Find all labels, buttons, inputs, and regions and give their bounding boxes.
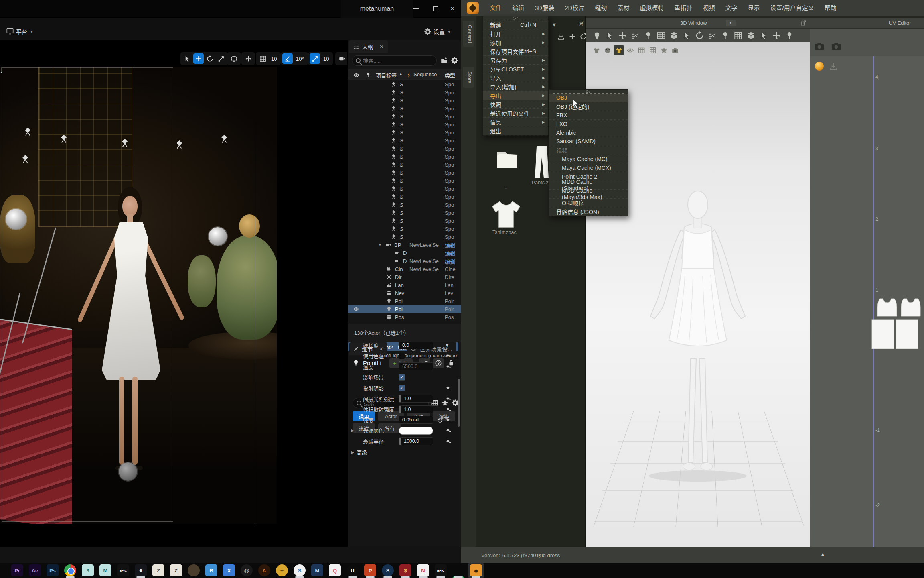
- display-toggle-1[interactable]: [591, 45, 602, 55]
- folder-up-icon[interactable]: [496, 149, 519, 169]
- export-menu-item-Maya Cache (MC)[interactable]: Maya Cache (MC): [549, 155, 628, 164]
- property-value-field[interactable]: 1000.0: [399, 437, 433, 445]
- export-menu-item-LXO[interactable]: LXO: [549, 120, 628, 128]
- table-row[interactable]: DirDire: [348, 273, 462, 281]
- spot-light-gizmo-icon[interactable]: [120, 138, 130, 148]
- expander-icon[interactable]: ▶: [351, 450, 354, 454]
- uv-garment-pieces[interactable]: [870, 297, 924, 369]
- keyframe-add-icon[interactable]: [446, 364, 452, 370]
- taskbar-icon-dollar-app[interactable]: $: [399, 564, 411, 576]
- 3d-tool-icon-12[interactable]: [734, 31, 742, 40]
- 3d-tool-icon-1[interactable]: [593, 31, 601, 40]
- taskbar-icon-premiere[interactable]: Pr: [11, 564, 23, 576]
- angle-snap-icon[interactable]: [282, 53, 293, 64]
- file-menu-item-最近使用的文件[interactable]: 最近使用的文件▶: [483, 109, 548, 118]
- 3d-tool-icon-16[interactable]: [785, 31, 794, 40]
- property-value-field[interactable]: 0.05 cd: [399, 416, 433, 424]
- 3d-tool-icon-14[interactable]: [760, 31, 768, 40]
- surface-snap-icon[interactable]: [243, 53, 253, 64]
- table-row[interactable]: PoiPoir: [348, 305, 462, 313]
- uv-canvas[interactable]: 4321-1-2: [810, 56, 924, 547]
- table-row[interactable]: DNewLevelSe编辑: [348, 257, 462, 265]
- taskbar-icon-b-app[interactable]: B: [205, 564, 217, 576]
- taskbar-icon-powerpoint[interactable]: P: [364, 564, 376, 576]
- ue-title-bar[interactable]: metahuman ×: [0, 0, 461, 18]
- table-row[interactable]: PoiPoir: [348, 297, 462, 305]
- taskbar-icon-spiral-app[interactable]: @: [241, 564, 253, 576]
- file-menu-item-导入[interactable]: 导入▶: [483, 73, 548, 82]
- table-row[interactable]: SSpo: [348, 128, 462, 136]
- table-row[interactable]: SSpo: [348, 96, 462, 104]
- taskbar-icon-unreal-engine[interactable]: U: [346, 564, 359, 576]
- folder-up-label[interactable]: ..: [505, 185, 507, 190]
- keyframe-add-icon[interactable]: [446, 396, 452, 402]
- taskbar-icon-circles-app[interactable]: Q: [329, 564, 341, 576]
- menu-视频[interactable]: 视频: [697, 0, 720, 16]
- table-row[interactable]: D编辑: [348, 249, 462, 257]
- export-camera-icon[interactable]: [831, 41, 841, 51]
- outliner-search[interactable]: [352, 55, 437, 66]
- export-menu-item-OBJ[interactable]: OBJ: [549, 94, 628, 102]
- 3d-tool-icon-13[interactable]: [747, 31, 755, 40]
- display-toggle-6[interactable]: [647, 45, 658, 55]
- 3d-tool-icon-3[interactable]: [618, 31, 627, 40]
- snapshot-camera-icon[interactable]: [814, 41, 825, 51]
- file-menu-item-保存项目文件[interactable]: 保存项目文件Ctrl+S: [483, 47, 548, 56]
- minimize-button[interactable]: [407, 0, 425, 18]
- pants-thumbnail[interactable]: [533, 145, 550, 180]
- file-menu-item-退出[interactable]: 退出: [483, 126, 548, 135]
- display-toggle-7[interactable]: [659, 45, 669, 55]
- type-cell[interactable]: 编辑: [445, 257, 461, 265]
- spot-light-gizmo-icon[interactable]: [59, 134, 69, 144]
- table-row[interactable]: SSpo: [348, 193, 462, 201]
- popout-icon[interactable]: [800, 20, 806, 26]
- table-row[interactable]: SSpo: [348, 169, 462, 177]
- taskbar-icon-steam[interactable]: S: [382, 564, 394, 576]
- 3d-tool-icon-9[interactable]: [695, 31, 704, 40]
- property-checkbox[interactable]: ✓: [399, 385, 405, 391]
- table-row[interactable]: SSpo: [348, 144, 462, 153]
- taskbar-icon-epic-games-2[interactable]: EPIC: [435, 564, 447, 576]
- menu-编辑[interactable]: 编辑: [507, 0, 529, 16]
- move-tool-icon[interactable]: [193, 53, 204, 64]
- file-menu-item-信息[interactable]: 信息▶: [483, 118, 548, 126]
- table-row[interactable]: LanLan: [348, 281, 462, 289]
- table-row[interactable]: SSpo: [348, 177, 462, 185]
- taskbar-icon-thunder[interactable]: X: [223, 564, 235, 576]
- export-menu-item-MDD Cache (Maya/3ds Max)[interactable]: MDD Cache (Maya/3ds Max): [549, 190, 628, 199]
- taskbar-icon-character-tool[interactable]: [188, 564, 200, 576]
- camera-speed-icon[interactable]: [337, 53, 347, 64]
- display-toggle-3[interactable]: [614, 45, 624, 55]
- spot-light-gizmo-icon[interactable]: [21, 154, 30, 164]
- table-row[interactable]: SSpo: [348, 88, 462, 96]
- outliner-search-input[interactable]: [363, 58, 433, 64]
- export-menu-item-FBX[interactable]: FBX: [549, 111, 628, 120]
- material-sphere-icon[interactable]: [815, 62, 824, 71]
- taskbar-icon-m-suite[interactable]: M: [311, 564, 323, 576]
- table-row[interactable]: PosPos: [348, 313, 462, 321]
- 3d-tool-icon-10[interactable]: [708, 31, 717, 40]
- export-menu-item-骨骼信息 (JSON)[interactable]: 骨骼信息 (JSON): [549, 207, 628, 216]
- keyframe-add-icon[interactable]: [446, 438, 452, 444]
- table-row[interactable]: SSpo: [348, 209, 462, 217]
- property-value-field[interactable]: 6500.0: [399, 362, 433, 370]
- taskbar-icon-sync-app[interactable]: S: [294, 564, 306, 576]
- display-toggle-4[interactable]: [625, 45, 635, 55]
- 3d-tool-icon-2[interactable]: [606, 31, 614, 40]
- file-menu-item-快照[interactable]: 快照▶: [483, 100, 548, 109]
- column-item-label[interactable]: 项目标签: [376, 71, 397, 79]
- viewport-settings-dropdown[interactable]: 设置 ▼: [421, 26, 454, 37]
- export-menu-item-Maya Cache (MCX)[interactable]: Maya Cache (MCX): [549, 163, 628, 172]
- file-menu-item-导出[interactable]: 导出▶: [483, 91, 548, 100]
- expander-icon[interactable]: ▶: [351, 428, 354, 433]
- taskbar-icon-lion-app[interactable]: A: [258, 564, 270, 576]
- file-menu-item-打开[interactable]: 打开▶: [483, 29, 548, 38]
- menu-显示[interactable]: 显示: [743, 0, 765, 16]
- eye-icon[interactable]: [353, 306, 359, 312]
- table-row[interactable]: NevLev: [348, 289, 462, 297]
- table-row[interactable]: SSpo: [348, 120, 462, 128]
- menu-文件[interactable]: 文件: [484, 0, 507, 16]
- file-menu-item-导入(增加)[interactable]: 导入(增加)▶: [483, 82, 548, 91]
- menu-重拓扑[interactable]: 重拓扑: [669, 0, 697, 16]
- color-swatch[interactable]: [399, 427, 433, 435]
